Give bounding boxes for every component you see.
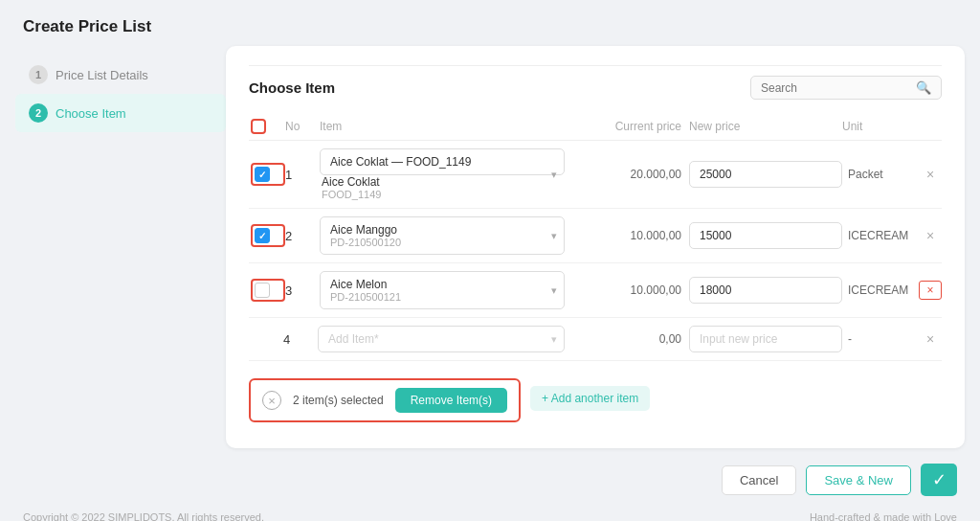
step-num-1: 1 bbox=[29, 65, 48, 84]
add-another-item-button[interactable]: + Add another item bbox=[530, 386, 650, 411]
add-item-row: 4 Add Item* ▾ 0,00 - × bbox=[249, 318, 942, 361]
search-box: 🔍 bbox=[750, 76, 942, 100]
row2-checkbox-wrap bbox=[251, 224, 285, 247]
remove-items-button[interactable]: Remove Item(s) bbox=[395, 388, 507, 413]
header-item: Item bbox=[320, 120, 565, 133]
row2-item-name: Aice Manggo bbox=[330, 223, 537, 237]
table: No Item Current price New price Unit 1 bbox=[249, 113, 942, 361]
panel-header: Choose Item 🔍 bbox=[249, 76, 942, 100]
row3-item-name: Aice Melon bbox=[330, 278, 537, 291]
row1-no: 1 bbox=[285, 168, 320, 182]
row3-checkbox-wrap bbox=[251, 279, 285, 302]
row3-current-price: 10.000,00 bbox=[565, 283, 689, 297]
selection-text: 2 item(s) selected bbox=[293, 394, 384, 407]
page-title: Create Price List bbox=[0, 0, 980, 46]
handcrafted-text: Hand-crafted & made with Love bbox=[810, 511, 957, 521]
add-item-select[interactable]: Add Item* bbox=[318, 326, 565, 352]
row2-checkbox[interactable] bbox=[255, 228, 270, 243]
copyright-text: Copyright © 2022 SIMPLIDOTS. All rights … bbox=[23, 511, 264, 521]
search-input[interactable] bbox=[761, 81, 916, 95]
header-no: No bbox=[285, 120, 320, 133]
row3-unit: ICECREAM bbox=[842, 283, 919, 297]
table-header: No Item Current price New price Unit bbox=[249, 113, 942, 141]
row2-new-price-input[interactable] bbox=[689, 222, 842, 249]
step-num-2: 2 bbox=[29, 103, 48, 123]
search-icon: 🔍 bbox=[916, 80, 931, 95]
row2-no: 2 bbox=[285, 229, 320, 243]
header-new-price: New price bbox=[689, 120, 842, 133]
row1-item-code: FOOD_1149 bbox=[322, 189, 565, 200]
row2-unit: ICECREAM bbox=[842, 229, 919, 242]
row3-item-code: PD-210500121 bbox=[330, 291, 537, 303]
add-row-remove-button[interactable]: × bbox=[919, 329, 942, 349]
row1-remove-button[interactable]: × bbox=[919, 165, 942, 184]
row1-current-price: 20.000,00 bbox=[565, 168, 689, 181]
save-new-button[interactable]: Save & New bbox=[806, 465, 911, 495]
row2-current-price: 10.000,00 bbox=[565, 229, 689, 242]
row3-new-price-input[interactable] bbox=[689, 277, 842, 304]
header-checkbox-col bbox=[251, 119, 285, 134]
sidebar-label-2: Choose Item bbox=[56, 106, 126, 121]
add-row-new-price-input[interactable] bbox=[689, 326, 842, 352]
footer-actions: Cancel Save & New ✓ bbox=[0, 458, 980, 502]
row3-remove-button[interactable]: × bbox=[919, 281, 942, 300]
table-row: 1 Aice Coklat — FOOD_1149 Aice Coklat FO… bbox=[249, 141, 942, 209]
sidebar: 1 Price List Details 2 Choose Item bbox=[15, 46, 226, 458]
add-item-select-wrap: Add Item* ▾ bbox=[318, 326, 565, 352]
selection-circle-icon: × bbox=[262, 391, 281, 410]
content-panel: Choose Item 🔍 No Item Current price New … bbox=[226, 46, 965, 448]
row1-unit: Packet bbox=[842, 168, 919, 181]
row3-checkbox[interactable] bbox=[255, 283, 270, 298]
row3-item-wrap: Aice Melon PD-210500121 ▾ bbox=[320, 271, 565, 309]
row1-item-select[interactable]: Aice Coklat — FOOD_1149 bbox=[320, 148, 565, 175]
row1-checkbox-wrap bbox=[251, 163, 285, 186]
add-row-unit: - bbox=[842, 332, 919, 346]
row1-new-price-input[interactable] bbox=[689, 161, 842, 188]
table-row: 3 Aice Melon PD-210500121 ▾ 10.000,00 IC… bbox=[249, 263, 942, 318]
selection-bar: × 2 item(s) selected Remove Item(s) bbox=[249, 378, 521, 422]
select-all-checkbox[interactable] bbox=[251, 119, 266, 134]
sidebar-label-1: Price List Details bbox=[56, 68, 148, 82]
panel-title: Choose Item bbox=[249, 79, 335, 96]
row3-no: 3 bbox=[285, 283, 320, 298]
header-current-price: Current price bbox=[565, 120, 689, 133]
add-row-no: 4 bbox=[283, 332, 318, 347]
row1-item-select-wrap: Aice Coklat — FOOD_1149 Aice Coklat FOOD… bbox=[320, 148, 565, 200]
row2-item-wrap: Aice Manggo PD-210500120 ▾ bbox=[320, 216, 565, 255]
row2-remove-button[interactable]: × bbox=[919, 226, 942, 245]
sidebar-item-choose-item[interactable]: 2 Choose Item bbox=[15, 94, 226, 132]
footer-bar: Copyright © 2022 SIMPLIDOTS. All rights … bbox=[0, 502, 980, 521]
row1-checkbox[interactable] bbox=[255, 167, 270, 182]
sidebar-item-price-list-details[interactable]: 1 Price List Details bbox=[15, 56, 226, 94]
row1-item-name: Aice Coklat bbox=[322, 175, 565, 189]
save-button[interactable]: ✓ bbox=[921, 464, 957, 496]
cancel-button[interactable]: Cancel bbox=[722, 465, 796, 495]
table-row: 2 Aice Manggo PD-210500120 ▾ 10.000,00 I… bbox=[249, 209, 942, 263]
row2-item-code: PD-210500120 bbox=[330, 237, 537, 248]
add-row-current-price: 0,00 bbox=[565, 332, 689, 346]
header-unit: Unit bbox=[842, 120, 919, 133]
